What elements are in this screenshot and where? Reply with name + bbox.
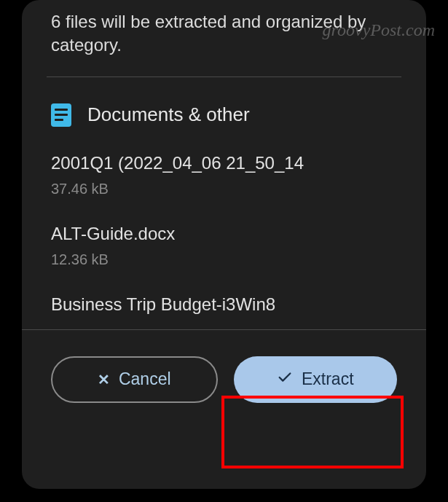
extract-label: Extract [302, 369, 354, 389]
list-item[interactable]: ALT-Guide.docx 12.36 kB [51, 215, 397, 286]
file-name: 2001Q1 (2022_04_06 21_50_14 [51, 153, 397, 173]
extract-dialog: 6 files will be extracted and organized … [22, 0, 426, 489]
list-item[interactable]: Business Trip Budget-i3Win8 [51, 286, 397, 329]
button-row: ✕ Cancel Extract [22, 330, 426, 425]
section-title: Documents & other [87, 103, 250, 126]
close-icon: ✕ [98, 371, 110, 388]
file-size: 37.46 kB [51, 181, 397, 197]
check-icon [277, 369, 293, 390]
file-list: 2001Q1 (2022_04_06 21_50_14 37.46 kB ALT… [22, 144, 426, 329]
file-name: Business Trip Budget-i3Win8 [51, 294, 397, 315]
section-header: Documents & other [22, 77, 426, 144]
cancel-button[interactable]: ✕ Cancel [51, 356, 218, 403]
file-size: 12.36 kB [51, 251, 397, 268]
dialog-description: 6 files will be extracted and organized … [22, 0, 426, 77]
extract-button[interactable]: Extract [234, 356, 398, 403]
document-icon [51, 103, 71, 127]
cancel-label: Cancel [119, 369, 171, 389]
list-item[interactable]: 2001Q1 (2022_04_06 21_50_14 37.46 kB [51, 144, 397, 215]
file-name: ALT-Guide.docx [51, 224, 397, 244]
